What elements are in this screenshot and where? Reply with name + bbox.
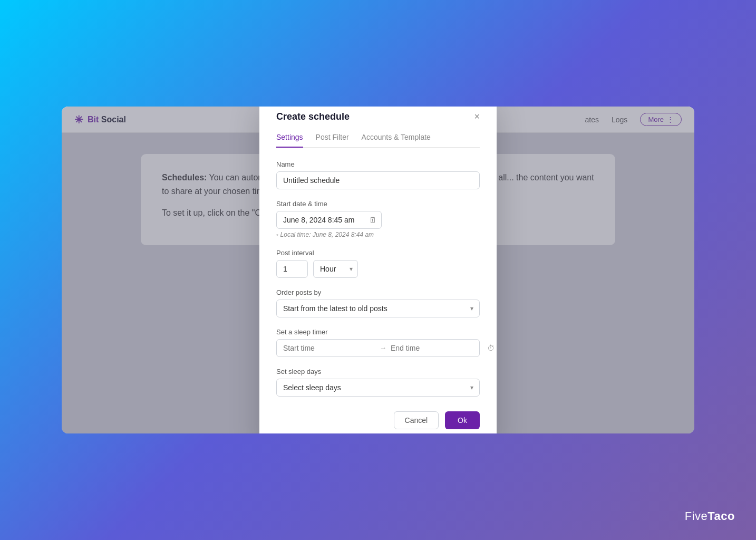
modal-overlay: Create schedule × Settings Post Filter A… — [62, 107, 694, 433]
order-posts-label: Order posts by — [276, 288, 480, 296]
end-time-input[interactable] — [391, 344, 483, 352]
app-content: Schedules: You can autom... ts to be sha… — [62, 133, 694, 433]
interval-row: Minute Hour Day Week — [276, 260, 480, 278]
ok-button[interactable]: Ok — [445, 411, 480, 429]
local-time-prefix: ◦ Local time: — [276, 231, 311, 238]
watermark-five: Five — [685, 509, 708, 523]
sleep-timer-row: → ⏱ — [276, 339, 480, 357]
modal-footer: Cancel Ok — [276, 411, 480, 429]
app-window: ✳ Bit Social ates Logs More ⋮ Schedules:… — [62, 107, 694, 433]
post-interval-group: Post interval Minute Hour Day Week — [276, 249, 480, 278]
post-interval-label: Post interval — [276, 249, 480, 257]
name-label: Name — [276, 160, 480, 168]
order-posts-group: Order posts by Start from the latest to … — [276, 288, 480, 317]
sleep-days-select[interactable]: Select sleep days Monday Tuesday Wednesd… — [276, 379, 480, 397]
order-posts-dropdown-wrap: Start from the latest to old posts Start… — [276, 300, 480, 317]
name-field-group: Name — [276, 160, 480, 189]
watermark: FiveTaco — [685, 509, 735, 523]
sleep-timer-group: Set a sleep timer → ⏱ — [276, 328, 480, 357]
clock-icon: ⏱ — [487, 344, 495, 352]
calendar-icon: 🗓 — [369, 216, 376, 224]
sleep-days-dropdown-wrap: Select sleep days Monday Tuesday Wednesd… — [276, 379, 480, 397]
tab-accounts-template[interactable]: Accounts & Template — [362, 133, 431, 148]
watermark-taco: Taco — [707, 509, 735, 523]
order-posts-select[interactable]: Start from the latest to old posts Start… — [276, 300, 480, 317]
sleep-days-group: Set sleep days Select sleep days Monday … — [276, 368, 480, 397]
modal-header: Create schedule × — [276, 111, 480, 122]
start-date-label: Start date & time — [276, 200, 480, 208]
arrow-icon: → — [380, 344, 386, 352]
start-time-input[interactable] — [283, 344, 375, 352]
interval-number-input[interactable] — [276, 260, 308, 278]
local-time-display: ◦ Local time: June 8, 2024 8:44 am — [276, 231, 480, 238]
start-date-group: Start date & time 🗓 ◦ Local time: June 8… — [276, 200, 480, 238]
local-time-value: June 8, 2024 8:44 am — [313, 231, 374, 238]
create-schedule-modal: Create schedule × Settings Post Filter A… — [259, 107, 497, 433]
tab-post-filter[interactable]: Post Filter — [316, 133, 349, 148]
interval-unit-select[interactable]: Minute Hour Day Week — [313, 260, 358, 278]
sleep-days-label: Set sleep days — [276, 368, 480, 375]
sleep-timer-label: Set a sleep timer — [276, 328, 480, 336]
modal-tabs: Settings Post Filter Accounts & Template — [276, 133, 480, 148]
tab-settings[interactable]: Settings — [276, 133, 303, 148]
name-input[interactable] — [276, 171, 480, 189]
start-date-input[interactable] — [276, 211, 382, 229]
modal-close-button[interactable]: × — [474, 112, 480, 121]
cancel-button[interactable]: Cancel — [394, 411, 439, 429]
interval-unit-select-wrap: Minute Hour Day Week — [313, 260, 358, 278]
date-input-wrap: 🗓 — [276, 211, 382, 229]
modal-title: Create schedule — [276, 111, 350, 122]
